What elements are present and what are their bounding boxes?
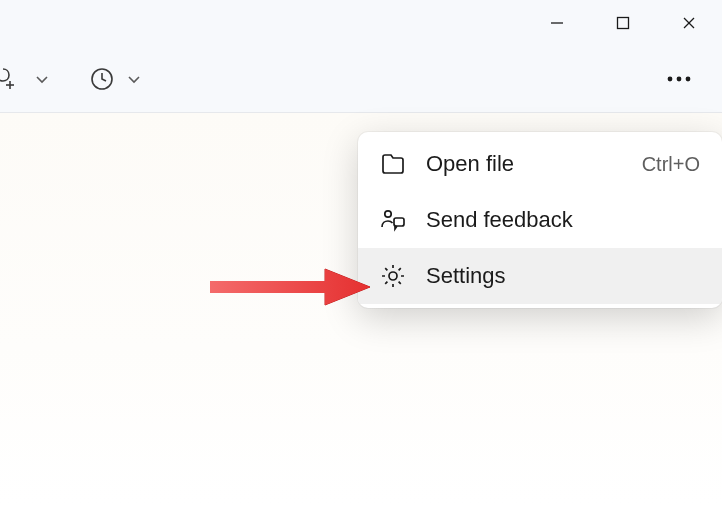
menu-item-label: Send feedback <box>426 207 700 233</box>
svg-point-7 <box>668 76 673 81</box>
add-shape-icon <box>0 66 23 92</box>
close-icon <box>682 16 696 30</box>
context-menu: Open file Ctrl+O Send feedback Settings <box>358 132 722 308</box>
maximize-button[interactable] <box>590 0 656 45</box>
menu-item-shortcut: Ctrl+O <box>642 153 700 176</box>
minimize-icon <box>550 16 564 30</box>
svg-point-12 <box>389 272 397 280</box>
history-icon <box>89 66 115 92</box>
folder-icon <box>380 151 406 177</box>
close-button[interactable] <box>656 0 722 45</box>
menu-item-label: Settings <box>426 263 700 289</box>
minimize-button[interactable] <box>524 0 590 45</box>
menu-item-settings[interactable]: Settings <box>358 248 722 304</box>
toolbar <box>0 45 722 113</box>
chevron-down-icon <box>127 72 141 86</box>
toolbar-group-history <box>84 61 148 97</box>
menu-item-label: Open file <box>426 151 622 177</box>
svg-point-9 <box>686 76 691 81</box>
add-shape-chevron[interactable] <box>28 61 56 97</box>
history-chevron[interactable] <box>120 61 148 97</box>
menu-item-send-feedback[interactable]: Send feedback <box>358 192 722 248</box>
history-button[interactable] <box>84 61 120 97</box>
feedback-icon <box>380 207 406 233</box>
gear-icon <box>380 263 406 289</box>
svg-point-8 <box>677 76 682 81</box>
menu-item-open-file[interactable]: Open file Ctrl+O <box>358 136 722 192</box>
more-icon <box>666 75 692 83</box>
svg-rect-1 <box>618 17 629 28</box>
chevron-down-icon <box>35 72 49 86</box>
toolbar-group-add <box>0 61 56 97</box>
add-shape-button[interactable] <box>0 61 28 97</box>
svg-rect-11 <box>394 218 404 226</box>
svg-point-10 <box>385 211 391 217</box>
more-button[interactable] <box>654 61 704 97</box>
titlebar <box>0 0 722 45</box>
maximize-icon <box>616 16 630 30</box>
